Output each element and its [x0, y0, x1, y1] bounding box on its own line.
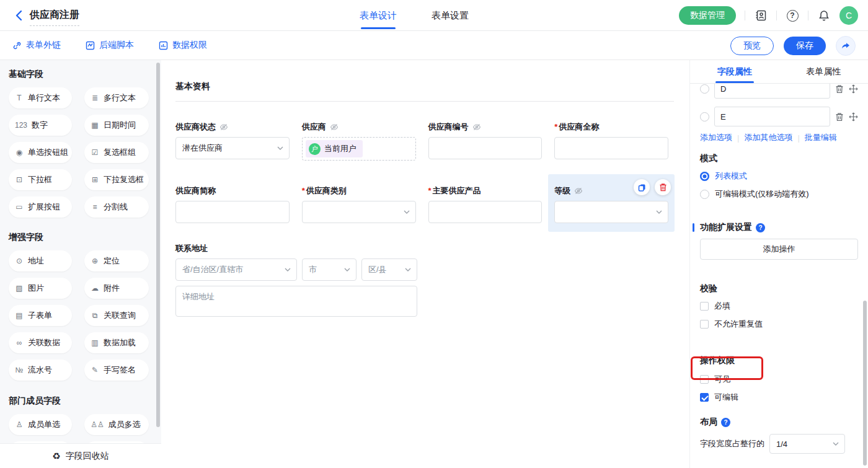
option-row [700, 107, 858, 126]
user-avatar[interactable]: C [839, 6, 858, 25]
form-title[interactable]: 供应商注册 [30, 9, 79, 26]
field-type-icon: ≣ [91, 94, 99, 102]
external-link-button[interactable]: 表单外链 [12, 40, 61, 51]
field-type-label: 成员多选 [108, 419, 141, 430]
field-type-label: 扩展按钮 [28, 201, 60, 213]
field-type-pill[interactable]: 123 数字 [9, 115, 72, 136]
field-supplier-category[interactable]: 供应商类别 [296, 174, 422, 232]
chevron-down-icon [833, 442, 839, 446]
batch-edit-link[interactable]: 批量编辑 [805, 132, 837, 143]
field-type-pill[interactable]: ⊞ 下拉复选框 [84, 169, 149, 190]
add-operation-button[interactable]: 添加操作 [700, 239, 858, 260]
drag-option-icon[interactable] [849, 84, 858, 94]
help-badge-icon[interactable]: ? [721, 418, 730, 427]
field-type-pill[interactable]: ☁ 附件 [84, 278, 149, 299]
tab-field-properties[interactable]: 字段属性 [690, 60, 779, 83]
grade-select[interactable] [554, 201, 668, 223]
field-contact-address[interactable]: 联系地址 省/自治区/直辖市 市 区/县 [169, 232, 675, 319]
field-type-pill[interactable]: ⧉ 关联查询 [84, 305, 149, 326]
field-type-pill[interactable]: ▤ 子表单 [9, 305, 72, 326]
field-type-pill[interactable]: ⊙ 地址 [9, 250, 72, 272]
visible-check-row[interactable]: 可见 [700, 373, 858, 386]
field-main-products[interactable]: 主要供应产品 [422, 174, 549, 232]
field-grade-selected[interactable]: 等级 [548, 174, 675, 232]
supplier-shortname-input[interactable] [175, 201, 290, 223]
field-supplier-fullname[interactable]: 供应商全称 [548, 110, 675, 168]
main-products-input[interactable] [428, 201, 542, 223]
notifications-icon[interactable] [817, 9, 831, 22]
detail-address-textarea[interactable] [175, 286, 417, 317]
district-select[interactable]: 区/县 [361, 258, 417, 281]
share-button[interactable] [836, 36, 856, 56]
delete-option-icon[interactable] [835, 84, 844, 94]
field-type-pill[interactable]: ▦ 日期时间 [84, 115, 149, 136]
help-badge-icon[interactable]: ? [756, 223, 765, 232]
no-duplicate-check-row[interactable]: 不允许重复值 [700, 318, 858, 330]
drag-option-icon[interactable] [849, 112, 858, 121]
field-type-pill[interactable]: ≣ 多行文本 [84, 87, 149, 108]
preview-button[interactable]: 预览 [730, 37, 774, 55]
copy-field-button[interactable] [634, 179, 650, 195]
province-select[interactable]: 省/自治区/直辖市 [175, 258, 297, 281]
field-type-pill[interactable]: ◉ 单选按钮组 [9, 142, 72, 163]
field-type-pill[interactable]: ♙ 成员单选 [9, 414, 72, 435]
back-icon[interactable] [12, 9, 26, 22]
field-width-select[interactable]: 1/4 [769, 434, 845, 454]
tab-form-design[interactable]: 表单设计 [360, 0, 397, 31]
required-check-row[interactable]: 必填 [700, 300, 858, 312]
field-type-pill[interactable]: T 单行文本 [9, 87, 72, 108]
option-radio[interactable] [700, 84, 709, 94]
field-type-label: 手写签名 [104, 364, 136, 376]
tab-form-settings[interactable]: 表单设置 [432, 0, 469, 31]
sidebar-scrollbar[interactable] [156, 63, 160, 427]
option-value-input[interactable] [714, 107, 830, 126]
canvas-section-title[interactable]: 基本资料 [175, 81, 675, 92]
panel-scrollbar[interactable] [863, 301, 867, 466]
field-supplier-code[interactable]: 供应商编号 [422, 110, 549, 168]
mode-section-title: 模式 [700, 153, 858, 164]
backend-script-button[interactable]: 后端脚本 [86, 40, 134, 51]
field-type-pill[interactable]: ▥ 数据加载 [84, 332, 149, 353]
data-manage-button[interactable]: 数据管理 [679, 6, 736, 25]
delete-option-icon[interactable] [835, 112, 844, 121]
option-radio[interactable] [700, 112, 709, 121]
help-icon[interactable]: ? [786, 9, 799, 22]
enhanced-fields-grid: ⊙ 地址 ⊕ 定位 ▧ 图片 ☁ 附件 ▤ 子表单 ⧉ 关联查询 ∞ 关联数据 … [0, 250, 161, 381]
field-type-pill[interactable]: ▭ 扩展按钮 [9, 196, 72, 218]
field-type-pill[interactable]: ≡ 分割线 [84, 196, 149, 218]
supplier-code-input[interactable] [428, 137, 542, 159]
field-supplier-status[interactable]: 供应商状态 潜在供应商 [169, 110, 296, 168]
data-permission-icon [159, 41, 168, 50]
delete-field-button[interactable] [655, 179, 671, 195]
save-button[interactable]: 保存 [784, 37, 826, 55]
tab-form-properties[interactable]: 表单属性 [779, 60, 868, 83]
data-permission-button[interactable]: 数据权限 [159, 40, 207, 51]
field-type-pill[interactable]: ⊡ 下拉框 [9, 169, 72, 190]
city-select[interactable]: 市 [302, 258, 356, 281]
supplier-status-select[interactable]: 潜在供应商 [175, 137, 290, 159]
field-supplier[interactable]: 供应商 户 当前用户 [296, 110, 422, 169]
supplier-user-box[interactable]: 户 当前用户 [302, 137, 416, 161]
mode-list-radio-row[interactable]: 列表模式 [700, 170, 858, 182]
add-other-option-link[interactable]: 添加其他选项 [744, 132, 792, 143]
field-type-pill[interactable]: ✎ 手写签名 [84, 360, 149, 381]
field-type-pill[interactable]: ▧ 图片 [9, 278, 72, 299]
field-type-pill[interactable]: ∞ 关联数据 [9, 332, 72, 353]
add-option-link[interactable]: 添加选项 [700, 132, 732, 143]
supplier-category-select[interactable] [302, 201, 416, 223]
field-type-pill[interactable]: ⊕ 定位 [84, 250, 149, 272]
mode-editable-radio-row[interactable]: 可编辑模式(仅移动端有效) [700, 188, 858, 200]
field-type-icon: ▭ [15, 203, 24, 211]
field-supplier-shortname[interactable]: 供应商简称 [169, 174, 296, 232]
field-type-pill[interactable]: № 流水号 [9, 360, 72, 381]
editable-check-row[interactable]: 可编辑 [700, 391, 858, 404]
section-title-enhanced-fields: 增强字段 [9, 232, 161, 243]
field-recycle-bin[interactable]: ♻ 字段回收站 [0, 443, 161, 468]
field-type-icon: ⊞ [91, 175, 99, 184]
contacts-icon[interactable] [754, 9, 768, 22]
supplier-fullname-input[interactable] [554, 137, 668, 159]
field-type-pill[interactable]: ☑ 复选框组 [84, 142, 149, 163]
field-type-pill[interactable]: ♙♙ 成员多选 [84, 414, 149, 435]
chevron-down-icon [405, 268, 411, 272]
option-value-input[interactable] [714, 84, 830, 99]
